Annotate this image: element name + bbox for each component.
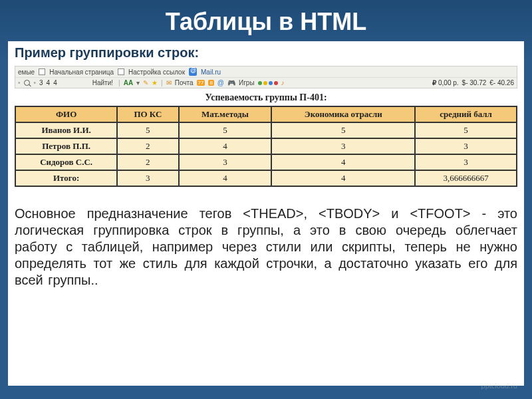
col-ekonomika: Экономика отрасли (271, 106, 415, 122)
table-row: Сидоров С.С. 2 3 4 3 (15, 154, 517, 170)
cell-value: 5 (179, 122, 272, 138)
cell-value: 3,666666667 (415, 170, 517, 186)
col-poks: ПО КС (117, 106, 178, 122)
table-title: Успеваемость группы П-401: (15, 92, 517, 103)
color-dots (258, 81, 278, 85)
bookmark-links-settings[interactable]: Настройка ссылок (128, 68, 185, 76)
table-row: Петров П.П. 2 4 3 3 (15, 138, 517, 154)
pencil-icon[interactable]: ✎ (143, 79, 148, 86)
mailru-icon (189, 68, 197, 76)
content-box: Пример группировки строк: емые Начальная… (8, 41, 524, 386)
body-paragraph: Основное предназначение тегов <THEAD>, <… (15, 205, 517, 289)
col-matmetody: Мат.методы (179, 106, 272, 122)
subtitle: Пример группировки строк: (15, 45, 517, 61)
cell-value: 3 (179, 154, 272, 170)
toolbar-text-fragment: емые (18, 68, 35, 76)
at-icon[interactable]: @ (217, 79, 224, 86)
separator: • (18, 79, 21, 86)
cell-value: 5 (271, 122, 415, 138)
col-fio: ФИО (15, 106, 117, 122)
grades-table: ФИО ПО КС Мат.методы Экономика отрасли с… (15, 106, 517, 187)
cell-value: 2 (117, 138, 178, 154)
zoom-value: 4 (53, 79, 57, 86)
cell-value: 3 (117, 170, 178, 186)
cell-name: Сидоров С.С. (15, 154, 117, 170)
separator: | (161, 79, 163, 86)
table-row: Иванов И.И. 5 5 5 5 (15, 122, 517, 138)
cell-value: 3 (271, 138, 415, 154)
cell-value: 4 (271, 170, 415, 186)
mail-label[interactable]: Почта (175, 79, 194, 86)
zoom-value: 3 (39, 79, 43, 86)
mail-count-badge: 77 (197, 80, 205, 86)
cell-value: 3 (415, 154, 517, 170)
zoom-value: 4 (47, 79, 51, 86)
separator: • (34, 79, 37, 86)
dot-red-icon (274, 81, 278, 85)
cell-total-label: Итого: (15, 170, 117, 186)
separator: | (118, 79, 120, 86)
bookmark-homepage[interactable]: Начальная страница (49, 68, 114, 76)
text-size-icon[interactable]: AА (124, 79, 133, 86)
cell-value: 4 (271, 154, 415, 170)
music-icon[interactable]: ♪ (281, 79, 285, 86)
balance-rub: ₽ 0,00 р. (432, 79, 458, 86)
cell-value: 3 (415, 138, 517, 154)
table-row-total: Итого: 3 4 4 3,666666667 (15, 170, 517, 186)
slide-title: Таблицы в HTML (0, 0, 532, 41)
game-icon[interactable]: 🎮 (227, 79, 235, 86)
cell-value: 5 (117, 122, 178, 138)
dot-green-icon (258, 81, 262, 85)
cell-value: 2 (117, 154, 178, 170)
toolbar-row-bookmarks: емые Начальная страница Настройка ссылок… (15, 66, 517, 78)
cell-name: Иванов И.И. (15, 122, 117, 138)
rate-eur: €- 40.26 (489, 79, 514, 86)
search-icon[interactable] (24, 80, 31, 86)
games-label[interactable]: Игры (239, 79, 255, 86)
dot-blue-icon (269, 81, 273, 85)
bookmark-mailru[interactable]: Mail.ru (201, 68, 221, 76)
dot-yellow-icon (263, 81, 267, 85)
rate-usd: $- 30.72 (462, 79, 487, 86)
slide-root: Таблицы в HTML Пример группировки строк:… (0, 0, 532, 399)
star-icon[interactable]: ★ (152, 79, 158, 86)
browser-toolbar: емые Начальная страница Настройка ссылок… (15, 66, 517, 88)
toolbar-row-tools: • • 3 4 4 Найти! | AА ▾ ✎ ★ | ✉ Почта 77… (15, 78, 517, 88)
cell-value: 4 (179, 170, 272, 186)
col-sredniy: средний балл (415, 106, 517, 122)
cell-value: 4 (179, 138, 272, 154)
dropdown-icon[interactable]: ▾ (136, 79, 140, 86)
table-header-row: ФИО ПО КС Мат.методы Экономика отрасли с… (15, 106, 517, 122)
checkbox-icon[interactable] (118, 68, 124, 75)
cell-name: Петров П.П. (15, 138, 117, 154)
watermark: pptcloud.ru (481, 382, 517, 390)
find-button[interactable]: Найти! (90, 79, 115, 86)
ok-badge[interactable]: 8 (208, 80, 213, 86)
cell-value: 5 (415, 122, 517, 138)
mail-icon[interactable]: ✉ (166, 79, 172, 86)
checkbox-icon[interactable] (39, 68, 45, 75)
